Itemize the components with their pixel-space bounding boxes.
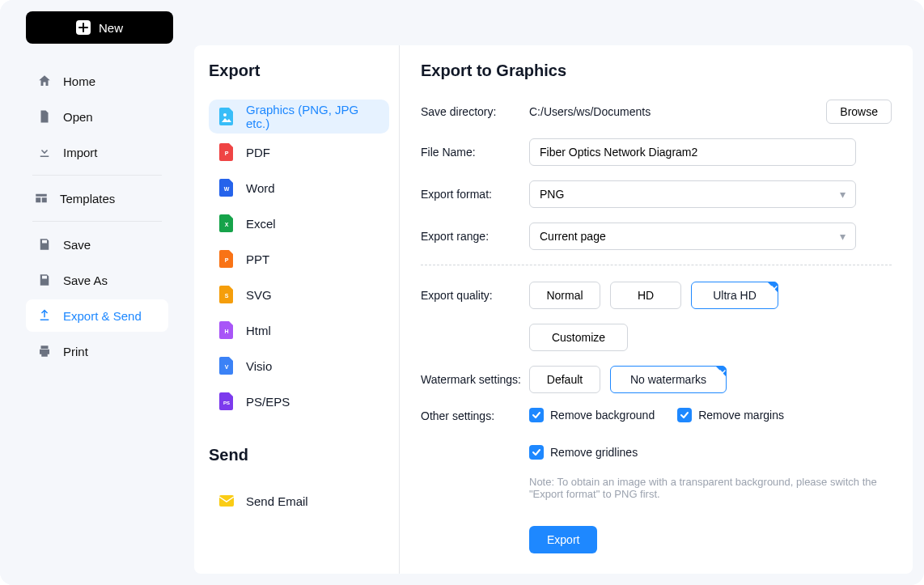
- quality-option-label: Ultra HD: [713, 289, 757, 302]
- export-format-panel: Export Graphics (PNG, JPG etc.) P PDF W …: [194, 45, 400, 574]
- format-item-label: Graphics (PNG, JPG etc.): [246, 103, 379, 130]
- format-item-ppt[interactable]: P PPT: [209, 242, 389, 276]
- sidebar-item-label: Open: [63, 110, 93, 124]
- home-icon: [37, 74, 52, 88]
- format-item-label: PS/EPS: [246, 395, 290, 409]
- export-form-panel: Export to Graphics Save directory: C:/Us…: [400, 45, 913, 574]
- checkbox-label: Remove background: [550, 409, 655, 422]
- format-item-graphics[interactable]: Graphics (PNG, JPG etc.): [209, 100, 389, 134]
- export-format-select[interactable]: PNG ▾: [529, 180, 856, 208]
- browse-button[interactable]: Browse: [826, 100, 892, 124]
- sidebar-item-label: Export & Send: [63, 309, 142, 323]
- sidebar-item-import[interactable]: Import: [26, 136, 168, 168]
- divider: [32, 175, 162, 176]
- checkbox-label: Remove margins: [698, 409, 784, 422]
- format-item-pseps[interactable]: PS PS/EPS: [209, 384, 389, 418]
- sidebar-item-open[interactable]: Open: [26, 100, 168, 133]
- print-icon: [37, 344, 52, 358]
- watermark-option-none[interactable]: No watermarks: [610, 366, 727, 393]
- checkmark-icon: [677, 408, 692, 422]
- export-section-title: Export: [209, 61, 389, 80]
- format-item-visio[interactable]: V Visio: [209, 349, 389, 383]
- format-item-word[interactable]: W Word: [209, 171, 389, 205]
- checkbox-remove-background[interactable]: Remove background: [529, 408, 655, 422]
- send-item-email[interactable]: Send Email: [209, 484, 389, 518]
- sidebar-item-label: Save: [63, 238, 91, 252]
- label-export-range: Export range:: [421, 230, 529, 243]
- label-file-name: File Name:: [421, 146, 529, 159]
- checkmark-icon: [529, 408, 544, 422]
- send-item-label: Send Email: [246, 494, 308, 508]
- checkbox-remove-gridlines[interactable]: Remove gridlines: [529, 445, 638, 460]
- format-item-label: Word: [246, 181, 275, 195]
- export-range-value: Current page: [540, 230, 606, 243]
- svg-text:X: X: [225, 222, 229, 227]
- divider: [421, 265, 892, 265]
- svg-text:V: V: [225, 364, 229, 370]
- sidebar-item-templates[interactable]: Templates: [23, 182, 172, 214]
- quality-option-hd[interactable]: HD: [610, 282, 681, 309]
- new-button[interactable]: New: [26, 11, 173, 44]
- sidebar-group-2: Save Save As Export & Send Print: [11, 228, 183, 367]
- label-export-format: Export format:: [421, 188, 529, 201]
- format-item-label: PDF: [246, 146, 270, 159]
- row-other-settings: Other settings: Remove background Remove…: [421, 408, 892, 553]
- format-item-label: Visio: [246, 359, 272, 373]
- sidebar-item-label: Templates: [60, 192, 115, 206]
- sidebar-group-1: Home Open Import: [11, 65, 183, 168]
- watermark-option-default[interactable]: Default: [529, 366, 600, 393]
- export-button[interactable]: Export: [529, 526, 597, 553]
- visio-file-icon: V: [218, 357, 235, 375]
- word-file-icon: W: [218, 179, 235, 197]
- label-watermark: Watermark settings:: [421, 373, 529, 386]
- ppt-file-icon: P: [218, 250, 235, 268]
- checkbox-remove-margins[interactable]: Remove margins: [677, 408, 784, 422]
- label-export-quality: Export quality:: [421, 289, 529, 302]
- quality-option-normal[interactable]: Normal: [529, 282, 600, 309]
- image-file-icon: [218, 108, 235, 125]
- row-file-name: File Name:: [421, 138, 892, 166]
- new-button-label: New: [99, 21, 123, 35]
- customize-button[interactable]: Customize: [529, 324, 628, 351]
- mail-icon: [218, 492, 235, 510]
- sidebar-item-export-send[interactable]: Export & Send: [26, 299, 168, 332]
- sidebar-item-home[interactable]: Home: [26, 65, 168, 97]
- format-item-svg[interactable]: S SVG: [209, 278, 389, 312]
- quality-option-ultra-hd[interactable]: Ultra HD: [691, 282, 778, 309]
- sidebar-item-save[interactable]: Save: [26, 228, 168, 261]
- format-item-label: SVG: [246, 288, 272, 302]
- svg-text:PS: PS: [223, 401, 230, 405]
- label-save-directory: Save directory:: [421, 105, 529, 118]
- svg-file-icon: S: [218, 286, 235, 303]
- export-range-select[interactable]: Current page ▾: [529, 223, 856, 250]
- svg-rect-9: [219, 495, 234, 507]
- chevron-down-icon: ▾: [840, 188, 846, 201]
- sidebar: New Home Open Import Templates: [0, 0, 194, 585]
- plus-icon: [76, 20, 91, 35]
- ps-file-icon: PS: [218, 392, 235, 410]
- svg-point-0: [223, 113, 227, 117]
- checkbox-label: Remove gridlines: [550, 446, 638, 459]
- html-file-icon: H: [218, 321, 235, 339]
- sidebar-item-label: Print: [63, 345, 88, 358]
- row-export-range: Export range: Current page ▾: [421, 223, 892, 250]
- pdf-file-icon: P: [218, 143, 235, 161]
- format-item-label: PPT: [246, 252, 269, 266]
- svg-text:P: P: [225, 257, 229, 263]
- format-item-excel[interactable]: X Excel: [209, 206, 389, 240]
- sidebar-item-print[interactable]: Print: [26, 335, 168, 367]
- label-other-settings: Other settings:: [421, 408, 529, 422]
- sidebar-item-saveas[interactable]: Save As: [26, 264, 168, 296]
- excel-file-icon: X: [218, 214, 235, 232]
- file-name-field[interactable]: [529, 138, 856, 166]
- templates-icon: [34, 191, 49, 206]
- format-item-html[interactable]: H Html: [209, 313, 389, 347]
- format-item-pdf[interactable]: P PDF: [209, 135, 389, 169]
- svg-text:S: S: [225, 293, 229, 299]
- save-icon: [37, 237, 52, 252]
- row-customize: Customize: [421, 324, 892, 351]
- row-watermark: Watermark settings: Default No watermark…: [421, 366, 892, 393]
- svg-text:P: P: [225, 150, 229, 156]
- chevron-down-icon: ▾: [840, 230, 846, 243]
- row-save-directory: Save directory: C:/Users/ws/Documents Br…: [421, 100, 892, 124]
